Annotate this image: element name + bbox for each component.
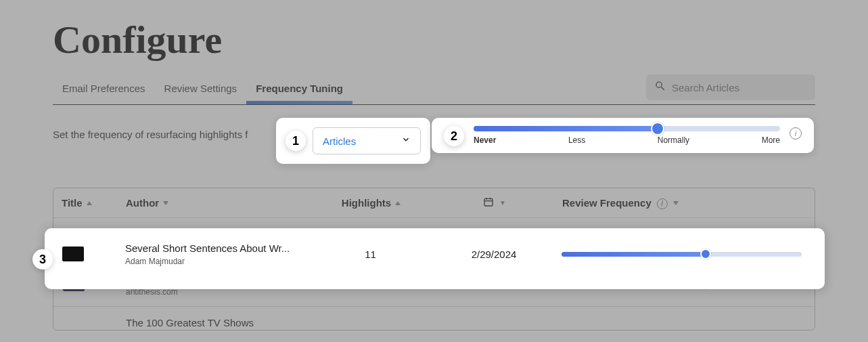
th-title[interactable]: Title bbox=[62, 197, 126, 209]
row-date: 2/29/2024 bbox=[426, 249, 562, 260]
tab-email-preferences[interactable]: Email Preferences bbox=[53, 76, 155, 104]
row-subtitle: Adam Majmudar bbox=[125, 257, 315, 266]
info-icon[interactable]: i bbox=[790, 127, 802, 140]
page-title: Configure bbox=[53, 17, 815, 62]
sort-desc-icon bbox=[163, 201, 168, 205]
callout-3: 3 bbox=[32, 249, 53, 270]
th-author[interactable]: Author bbox=[126, 197, 315, 209]
calendar-icon bbox=[483, 196, 494, 209]
chevron-down-icon: ▼ bbox=[499, 199, 506, 207]
sort-desc-icon bbox=[673, 201, 679, 205]
slider-handle[interactable] bbox=[700, 249, 711, 259]
th-highlights-label: Highlights bbox=[342, 197, 391, 209]
row-title: The 100 Greatest TV Shows bbox=[126, 316, 315, 330]
tab-review-settings[interactable]: Review Settings bbox=[155, 76, 247, 104]
dropdown-label: Articles bbox=[323, 135, 356, 147]
chevron-down-icon bbox=[401, 135, 411, 147]
slider-label-never: Never bbox=[474, 135, 496, 145]
search-wrap[interactable] bbox=[646, 74, 815, 100]
search-input[interactable] bbox=[672, 82, 807, 93]
articles-dropdown[interactable]: Articles bbox=[313, 127, 421, 154]
tab-frequency-tuning[interactable]: Frequency Tuning bbox=[246, 76, 352, 104]
search-icon bbox=[654, 80, 672, 95]
callout-1: 1 bbox=[285, 131, 306, 151]
slider-label-normally: Normally bbox=[658, 135, 689, 145]
callout-2: 2 bbox=[444, 126, 464, 146]
dropdown-callout: 1 Articles bbox=[276, 118, 430, 164]
table-header: Title Author Highlights ▼ Review Frequen… bbox=[53, 188, 815, 218]
master-slider-callout: 2 Never Less Normally More i bbox=[432, 118, 814, 153]
table-row[interactable]: The 100 Greatest TV Shows bbox=[53, 307, 815, 330]
svg-rect-0 bbox=[484, 198, 493, 206]
master-frequency-slider[interactable] bbox=[474, 126, 780, 131]
slider-handle[interactable] bbox=[651, 122, 664, 135]
th-title-label: Title bbox=[62, 197, 83, 209]
th-date[interactable]: ▼ bbox=[427, 196, 562, 209]
sort-asc-icon bbox=[395, 201, 401, 205]
th-highlights[interactable]: Highlights bbox=[315, 197, 427, 209]
info-icon[interactable]: i bbox=[657, 198, 668, 209]
row-title: Several Short Sentences About Wr... bbox=[125, 242, 315, 255]
thumbnail bbox=[61, 247, 125, 261]
row-frequency-slider[interactable] bbox=[562, 252, 802, 257]
slider-labels: Never Less Normally More bbox=[474, 135, 780, 145]
th-author-label: Author bbox=[126, 197, 159, 209]
slider-label-more: More bbox=[762, 135, 780, 145]
sort-asc-icon bbox=[87, 201, 92, 205]
tabs-bar: Email Preferences Review Settings Freque… bbox=[53, 74, 815, 105]
th-review-frequency[interactable]: Review Frequency i bbox=[562, 197, 806, 209]
row-highlights: 11 bbox=[315, 249, 426, 260]
instruction-text: Set the frequency of resurfacing highlig… bbox=[53, 129, 248, 140]
slider-label-less: Less bbox=[568, 135, 585, 145]
th-review-label: Review Frequency bbox=[562, 197, 652, 209]
